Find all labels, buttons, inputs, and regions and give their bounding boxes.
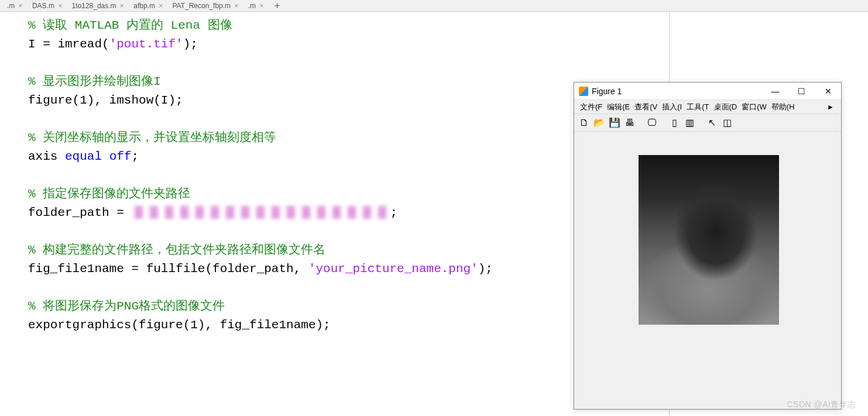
menu-file[interactable]: 文件(F <box>578 102 605 112</box>
rotate-icon: ▯ <box>672 117 677 128</box>
menu-help[interactable]: 帮助(H <box>769 102 797 112</box>
matlab-icon <box>579 87 588 96</box>
code-text: exportgraphics(figure(1), fig_file1name)… <box>28 318 331 332</box>
open-icon: 📂 <box>593 117 605 128</box>
code-editor[interactable]: % 读取 MATLAB 内置的 Lena 图像 I = imread('pout… <box>0 12 669 416</box>
code-text: ; <box>131 150 139 163</box>
redacted-path <box>135 206 386 219</box>
code-string: 'pout.tif' <box>109 37 183 51</box>
titlebar[interactable]: Figure 1 — ☐ ✕ <box>574 82 841 100</box>
tab-label: .m <box>7 2 15 10</box>
maximize-icon: ☐ <box>798 87 805 96</box>
code-comment: % 将图形保存为PNG格式的图像文件 <box>28 300 225 313</box>
new-figure-button[interactable]: 🗋 <box>578 116 591 129</box>
menu-edit[interactable]: 编辑(E <box>605 102 632 112</box>
tab-file-5[interactable]: .m× <box>243 0 269 11</box>
figure-window[interactable]: Figure 1 — ☐ ✕ 文件(F 编辑(E 查看(V 插入(I 工具(T … <box>574 82 842 410</box>
save-icon: 💾 <box>609 117 620 128</box>
zoom-icon: 🖵 <box>647 118 657 128</box>
datacursor-button[interactable]: ▥ <box>683 116 696 129</box>
tab-file-3[interactable]: afbp.m× <box>129 0 167 11</box>
zoom-button[interactable]: 🖵 <box>646 116 658 129</box>
insert-button[interactable]: ◫ <box>721 116 733 129</box>
maximize-button[interactable]: ☐ <box>788 83 815 99</box>
menu-overflow-icon[interactable]: ► <box>824 103 838 111</box>
code-comment: % 关闭坐标轴的显示，并设置坐标轴刻度相等 <box>28 131 276 145</box>
code-text: I = imread( <box>28 37 109 51</box>
menu-insert[interactable]: 插入(I <box>660 102 684 112</box>
code-text: ); <box>478 262 493 276</box>
print-button[interactable]: 🖶 <box>623 116 636 129</box>
code-text: figure(1), imshow(I); <box>28 94 183 107</box>
tab-file-0[interactable]: .m× <box>2 0 28 11</box>
code-text: ); <box>183 37 198 51</box>
close-icon[interactable]: × <box>58 1 63 10</box>
pointer-icon: ↖ <box>708 117 716 128</box>
tab-label: 1to128_das.m <box>72 2 116 10</box>
code-comment: % 指定保存图像的文件夹路径 <box>28 187 190 201</box>
menu-desktop[interactable]: 桌面(D <box>712 102 740 112</box>
close-button[interactable]: ✕ <box>815 83 841 99</box>
close-icon[interactable]: × <box>159 1 163 10</box>
open-button[interactable]: 📂 <box>593 116 606 129</box>
code-text: ; <box>390 206 397 219</box>
tab-file-2[interactable]: 1to128_das.m× <box>67 0 129 11</box>
minimize-icon: — <box>771 87 780 96</box>
displayed-image-pout <box>639 155 779 325</box>
menu-tools[interactable]: 工具(T <box>684 102 711 112</box>
watermark: CSDN @AI青年志 <box>787 400 857 410</box>
close-icon[interactable]: × <box>18 1 23 10</box>
code-string: 'your_picture_name.png' <box>308 262 478 276</box>
code-text: folder_path = <box>28 206 131 219</box>
close-icon[interactable]: × <box>234 1 239 10</box>
tab-bar: .m× DAS.m× 1to128_das.m× afbp.m× PAT_Rec… <box>0 0 868 12</box>
tab-label: PAT_Recon_fbp.m <box>172 2 231 10</box>
tab-file-4[interactable]: PAT_Recon_fbp.m× <box>167 0 243 11</box>
figure-title: Figure 1 <box>592 87 762 96</box>
pointer-button[interactable]: ↖ <box>705 116 718 129</box>
print-icon: 🖶 <box>625 118 634 128</box>
datacursor-icon: ▥ <box>685 117 694 128</box>
figure-toolbar: 🗋 📂 💾 🖶 🖵 ▯ ▥ ↖ ◫ <box>574 114 841 132</box>
close-icon: ✕ <box>825 87 832 96</box>
code-comment: % 读取 MATLAB 内置的 Lena 图像 <box>28 19 232 32</box>
tab-file-1[interactable]: DAS.m× <box>28 0 67 11</box>
add-tab-button[interactable]: + <box>269 0 286 11</box>
code-text: fig_file1name = fullfile(folder_path, <box>28 262 308 276</box>
close-icon[interactable]: × <box>259 1 264 10</box>
insert-icon: ◫ <box>723 117 732 128</box>
menubar: 文件(F 编辑(E 查看(V 插入(I 工具(T 桌面(D 窗口(W 帮助(H … <box>574 100 841 114</box>
tab-label: afbp.m <box>133 2 155 10</box>
tab-label: DAS.m <box>32 2 54 10</box>
figure-canvas[interactable] <box>574 132 841 409</box>
code-text: axis <box>28 150 65 163</box>
tab-label: .m <box>248 2 256 10</box>
close-icon[interactable]: × <box>120 1 125 10</box>
code-keyword: equal off <box>65 150 131 163</box>
code-comment: % 显示图形并绘制图像I <box>28 75 161 88</box>
save-button[interactable]: 💾 <box>608 116 621 129</box>
minimize-button[interactable]: — <box>762 83 788 99</box>
code-comment: % 构建完整的文件路径，包括文件夹路径和图像文件名 <box>28 243 325 257</box>
rotate-button[interactable]: ▯ <box>668 116 681 129</box>
menu-window[interactable]: 窗口(W <box>739 102 769 112</box>
new-icon: 🗋 <box>579 118 589 128</box>
menu-view[interactable]: 查看(V <box>632 102 660 112</box>
